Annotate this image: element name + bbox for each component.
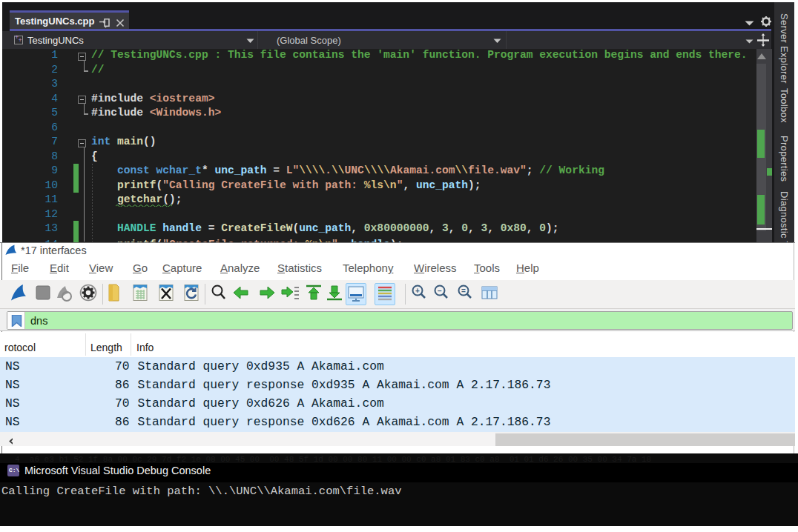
svg-text:=: = [461, 287, 466, 295]
svg-text:+: + [415, 287, 420, 295]
svg-text:−: − [438, 287, 442, 295]
